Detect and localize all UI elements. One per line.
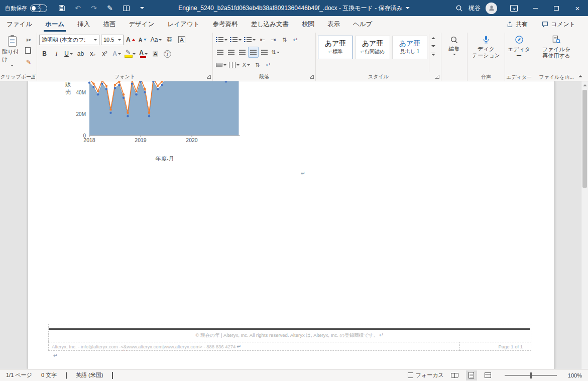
tab-insert[interactable]: 挿入	[71, 16, 96, 33]
paragraph-mark-button[interactable]	[263, 59, 274, 70]
distribute-text-button[interactable]	[259, 47, 270, 58]
font-size-select[interactable]: 10.5	[101, 35, 124, 45]
tab-home[interactable]: ホーム	[39, 16, 71, 33]
tab-review[interactable]: 校閲	[295, 16, 321, 33]
scroll-up-button[interactable]	[581, 81, 588, 89]
ribbon-display-options-button[interactable]	[510, 5, 518, 12]
title-chevron-icon[interactable]	[406, 7, 410, 9]
footer-contact-cell[interactable]: Alteryx, Inc. - info@alteryx.com - <&www…	[48, 342, 460, 351]
tab-design[interactable]: デザイン	[122, 16, 161, 33]
dictate-button[interactable]: ディクテーション	[467, 33, 505, 74]
sort-button[interactable]	[279, 34, 290, 45]
web-layout-button[interactable]	[483, 370, 494, 380]
increase-indent-button[interactable]	[268, 34, 279, 45]
proofing-status-button[interactable]	[66, 372, 67, 378]
styles-gallery-more-button[interactable]	[429, 50, 437, 58]
underline-button[interactable]: U	[63, 48, 74, 59]
read-aloud-button[interactable]	[122, 4, 131, 13]
reuse-files-button[interactable]: ファイルを再使用する	[533, 33, 579, 74]
character-border-button[interactable]: A	[176, 34, 187, 45]
clipboard-dialog-launcher[interactable]	[31, 75, 35, 79]
bullets-button[interactable]	[215, 34, 228, 45]
shading-button[interactable]	[215, 59, 227, 70]
footer-page-number-cell[interactable]: Page 1 of 1	[460, 342, 531, 351]
minimize-button[interactable]	[525, 0, 546, 16]
paste-button[interactable]: 貼り付け	[2, 34, 22, 72]
format-painter-button[interactable]	[24, 57, 34, 67]
zoom-level[interactable]: 100%	[568, 372, 582, 378]
text-effects-button[interactable]: A	[111, 48, 122, 59]
sales-area-chart[interactable]: 020M40M201820192020年度-月販売	[61, 81, 242, 167]
tab-help[interactable]: ヘルプ	[346, 16, 379, 33]
redo-button[interactable]	[89, 4, 98, 13]
decrease-indent-button[interactable]	[257, 34, 268, 45]
style-no-spacing[interactable]: あア亜 ↵行間詰め	[355, 36, 390, 59]
font-name-select[interactable]: 游明朝 (本文のフ:	[39, 35, 99, 45]
style-normal[interactable]: あア亜 ↵標準	[318, 36, 353, 59]
scrollbar-thumb[interactable]	[582, 90, 587, 188]
page[interactable]: 020M40M201820192020年度-月販売 ↵ © 現在の年 | Alt…	[28, 81, 555, 369]
search-button[interactable]	[454, 4, 463, 13]
autosave-switch[interactable]: オフ	[30, 5, 47, 12]
asian-layout-button[interactable]: X	[241, 59, 252, 70]
borders-button[interactable]	[228, 59, 241, 70]
maximize-button[interactable]	[546, 0, 567, 16]
editing-button[interactable]: 編集	[441, 33, 467, 81]
align-left-button[interactable]	[215, 47, 225, 58]
zoom-slider[interactable]	[505, 375, 557, 376]
styles-scroll-up-button[interactable]	[429, 34, 437, 42]
user-name[interactable]: 梶谷	[468, 4, 481, 13]
autosave-toggle[interactable]: 自動保存 オフ	[5, 5, 47, 12]
editor-button[interactable]: エディター	[505, 33, 533, 74]
italic-button[interactable]: I	[51, 48, 62, 59]
justify-button[interactable]	[248, 47, 259, 58]
styles-dialog-launcher[interactable]	[435, 75, 439, 79]
tab-layout[interactable]: レイアウト	[161, 16, 206, 33]
word-count[interactable]: 0 文字	[41, 371, 57, 379]
copy-button[interactable]	[24, 46, 34, 56]
styles-scroll-down-button[interactable]	[429, 42, 437, 50]
change-case-button[interactable]: Aa	[150, 34, 163, 45]
strikethrough-button[interactable]: ab	[75, 48, 86, 59]
read-mode-button[interactable]	[449, 370, 460, 380]
superscript-button[interactable]: x²	[99, 48, 110, 59]
page-indicator[interactable]: 1/1 ページ	[6, 371, 32, 379]
line-spacing-button[interactable]	[270, 47, 281, 58]
focus-mode-button[interactable]: フォーカス	[408, 371, 444, 379]
tab-view[interactable]: 表示	[321, 16, 346, 33]
formatting-marks-button[interactable]	[290, 34, 301, 45]
share-button[interactable]: 共有	[501, 18, 533, 31]
cut-button[interactable]	[24, 35, 34, 45]
vertical-scrollbar[interactable]	[581, 81, 588, 369]
qat-customize-button[interactable]	[138, 4, 147, 13]
avatar[interactable]	[486, 3, 497, 14]
ruby-button[interactable]: 亜	[164, 34, 175, 45]
paragraph-dialog-launcher[interactable]	[310, 75, 314, 79]
numbering-button[interactable]	[229, 34, 243, 45]
shrink-font-button[interactable]: A	[138, 34, 148, 45]
print-layout-button[interactable]	[466, 370, 477, 380]
font-color-button[interactable]: A	[138, 48, 149, 59]
footer-copyright[interactable]: © 現在の年 | Alteryx, Inc. All rights reserv…	[48, 332, 531, 339]
undo-button[interactable]	[73, 4, 82, 13]
sort-az-button[interactable]	[252, 59, 263, 70]
tab-file[interactable]: ファイル	[0, 16, 39, 33]
zoom-slider-thumb[interactable]	[530, 372, 532, 378]
character-shading-button[interactable]: A	[150, 48, 161, 59]
enclose-characters-button[interactable]: 字	[162, 48, 173, 59]
font-dialog-launcher[interactable]	[207, 75, 211, 79]
grow-font-button[interactable]: A	[125, 34, 136, 45]
tab-mailings[interactable]: 差し込み文書	[244, 16, 295, 33]
highlight-color-button[interactable]	[124, 48, 137, 59]
save-button[interactable]	[57, 4, 66, 13]
tab-draw[interactable]: 描画	[96, 16, 122, 33]
comments-button[interactable]: コメント	[536, 18, 581, 31]
document-canvas[interactable]: 020M40M201820192020年度-月販売 ↵ © 現在の年 | Alt…	[0, 81, 588, 369]
subscript-button[interactable]: x₂	[87, 48, 98, 59]
close-button[interactable]: ×	[567, 0, 588, 16]
bold-button[interactable]: B	[39, 48, 50, 59]
align-center-button[interactable]	[226, 47, 237, 58]
tab-references[interactable]: 参考資料	[206, 16, 244, 33]
multilevel-list-button[interactable]	[243, 34, 257, 45]
accessibility-checker-button[interactable]	[112, 372, 113, 378]
